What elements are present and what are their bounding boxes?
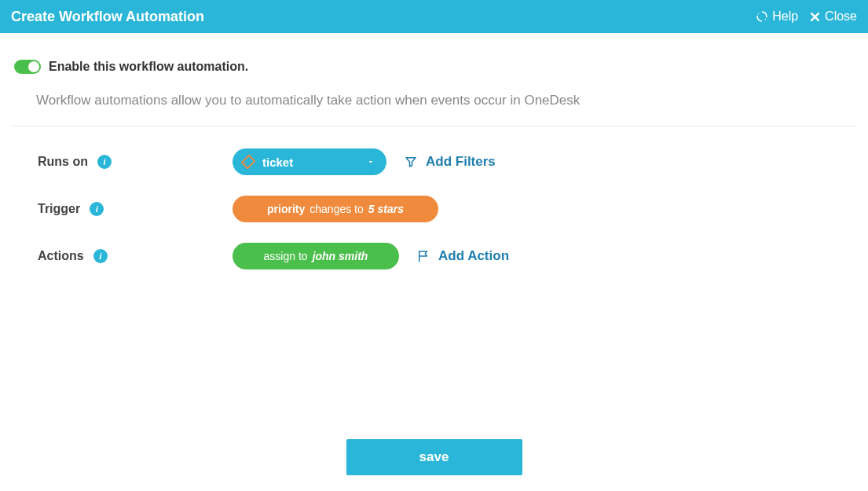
info-icon[interactable]: i	[93, 249, 108, 263]
info-icon[interactable]: i	[97, 155, 112, 169]
dialog-header: Create Workflow Automation Help Close	[0, 0, 868, 33]
trigger-value: 5 stars	[368, 203, 404, 215]
form-area: Runs on i ticket Add Fil	[38, 148, 832, 269]
trigger-field: priority	[267, 203, 305, 215]
runs-on-value: ticket	[262, 156, 293, 169]
filter-icon	[404, 155, 418, 169]
trigger-row: Trigger i priority changes to 5 stars	[38, 196, 832, 222]
enable-toggle[interactable]	[14, 60, 41, 74]
help-label: Help	[772, 9, 798, 24]
enable-toggle-row: Enable this workflow automation.	[14, 60, 832, 74]
trigger-pill[interactable]: priority changes to 5 stars	[233, 196, 438, 222]
actions-label: Actions	[38, 249, 84, 263]
chevron-down-icon	[366, 156, 375, 169]
action-pill[interactable]: assign to john smith	[233, 243, 399, 269]
toggle-knob	[28, 61, 39, 72]
trigger-label-wrap: Trigger i	[38, 202, 233, 216]
ticket-icon	[239, 152, 258, 171]
runs-on-select[interactable]: ticket	[233, 148, 386, 175]
add-action-label: Add Action	[438, 248, 509, 264]
add-filters-link[interactable]: Add Filters	[404, 154, 496, 170]
close-label: Close	[825, 9, 857, 24]
actions-row: Actions i assign to john smith Add Actio…	[38, 243, 832, 269]
dialog-footer: save	[0, 439, 868, 475]
header-actions: Help Close	[756, 9, 857, 24]
dialog-content: Enable this workflow automation. Workflo…	[0, 33, 868, 304]
enable-toggle-label: Enable this workflow automation.	[49, 60, 248, 74]
info-icon[interactable]: i	[90, 202, 104, 216]
flag-icon	[416, 249, 430, 263]
runs-on-row: Runs on i ticket Add Fil	[38, 148, 832, 175]
dialog-title: Create Workflow Automation	[11, 9, 756, 25]
action-verb: assign to	[264, 250, 308, 262]
divider	[11, 126, 855, 126]
help-button[interactable]: Help	[756, 9, 798, 24]
svg-point-2	[244, 163, 246, 164]
runs-on-label-wrap: Runs on i	[38, 155, 233, 169]
close-button[interactable]: Close	[809, 9, 857, 24]
save-button[interactable]: save	[346, 439, 522, 475]
add-filters-label: Add Filters	[426, 154, 496, 170]
runs-on-label: Runs on	[38, 155, 88, 169]
automation-description: Workflow automations allow you to automa…	[36, 93, 832, 108]
trigger-label: Trigger	[38, 202, 80, 216]
help-icon	[756, 10, 768, 23]
close-icon	[809, 11, 821, 23]
actions-label-wrap: Actions i	[38, 249, 233, 263]
action-target: john smith	[313, 250, 368, 262]
add-action-link[interactable]: Add Action	[416, 248, 509, 264]
trigger-operator: changes to	[309, 203, 364, 215]
